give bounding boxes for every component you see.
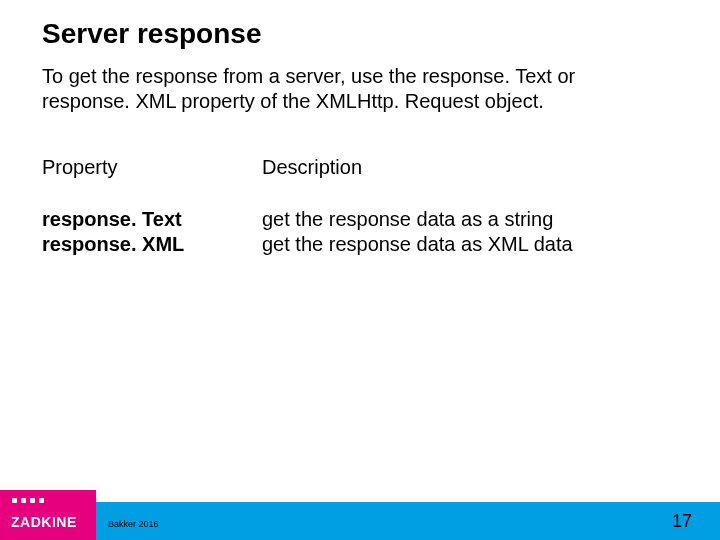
table-row: response. Text response. XML get the res… <box>42 207 678 285</box>
content-area: Server response To get the response from… <box>0 0 720 285</box>
header-description: Description <box>262 156 678 207</box>
intro-paragraph: To get the response from a server, use t… <box>42 64 642 114</box>
prop-text-2: response. XML <box>42 232 262 257</box>
slide-title: Server response <box>42 18 678 50</box>
prop-text-1: response. Text <box>42 207 262 232</box>
logo-text: ZADKINE <box>11 514 77 530</box>
desc-text-1: get the response data as a string <box>262 207 678 232</box>
header-property: Property <box>42 156 262 207</box>
desc-text-2: get the response data as XML data <box>262 232 678 257</box>
cell-property: response. Text response. XML <box>42 207 262 285</box>
page-number: 17 <box>672 511 692 532</box>
cell-description: get the response data as a string get th… <box>262 207 678 285</box>
footer-bar: Bakker 2016 17 <box>0 502 720 540</box>
logo-dots-icon <box>12 498 44 503</box>
zadkine-logo: ZADKINE <box>0 490 96 540</box>
property-table: Property Description response. Text resp… <box>42 156 678 285</box>
footer-author: Bakker 2016 <box>108 519 159 529</box>
table-header-row: Property Description <box>42 156 678 207</box>
slide: Server response To get the response from… <box>0 0 720 540</box>
